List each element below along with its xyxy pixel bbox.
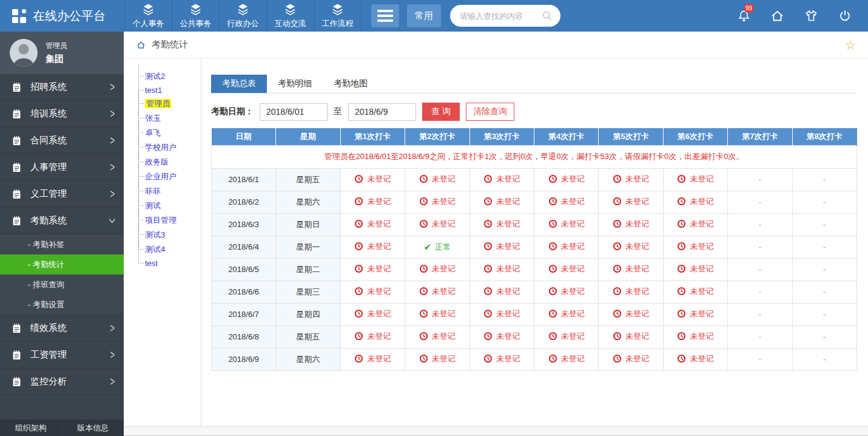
clock-icon [354,174,363,183]
check-cell: 未登记 [599,168,663,191]
check-cell: 未登记 [405,325,469,348]
notification-badge: 99 [744,4,754,13]
check-cell: 未登记 [340,325,405,348]
column-header-1: 星期 [276,128,340,145]
power-icon[interactable] [838,9,852,23]
clock-icon [354,242,363,251]
date-cell: 2018/6/8 [212,325,276,348]
nav-item-5[interactable]: 工作流程 [314,0,361,32]
tree-item-0[interactable]: 测试2 [140,69,201,84]
tree-item-12[interactable]: 测试4 [140,242,201,257]
tree-item-11[interactable]: 测试3 [140,228,201,242]
check-cell: 未登记 [469,303,534,325]
tree-item-5[interactable]: 学校用户 [140,140,201,155]
org-structure-button[interactable]: 组织架构 [0,420,62,436]
tab-0[interactable]: 考勤总表 [211,75,267,93]
notifications-bell-icon[interactable]: 99 [737,9,751,23]
check-cell: 未登记 [534,325,598,348]
check-cell: 未登记 [599,303,663,325]
clock-icon [419,332,428,341]
tree-item-3[interactable]: 张玉 [140,111,201,126]
sidebar-item-5[interactable]: 考勤系统> [0,208,124,234]
nav-item-2[interactable]: 公共事务 [172,0,219,32]
sidebar-item-0[interactable]: 招聘系统> [0,74,124,101]
search-icon [542,10,553,21]
date-to-input[interactable] [348,103,416,121]
favorite-star-icon[interactable]: ☆ [845,39,856,51]
common-button[interactable]: 常用 [407,4,441,27]
sidebar-item-7[interactable]: 工资管理> [0,342,124,369]
tree-item-10[interactable]: 项目管理 [140,213,201,228]
sidebar-subitem-0[interactable]: - 考勤补签 [0,234,124,254]
week-cell: 星期三 [276,281,340,303]
notebook-icon [11,349,22,361]
sidebar-item-2[interactable]: 合同系统> [0,128,124,154]
clock-icon [483,287,493,296]
nav-item-4[interactable]: 互动交流 [266,0,314,32]
clock-icon [483,174,493,183]
check-cell: - [728,348,792,370]
shirt-icon[interactable] [804,9,819,23]
check-cell: 未登记 [340,258,405,281]
clock-icon [483,242,493,251]
check-cell: 未登记 [599,236,663,258]
column-header-8: 第7次打卡 [728,128,792,145]
sidebar-item-6[interactable]: 绩效系统> [0,315,124,342]
column-header-7: 第6次打卡 [663,128,727,145]
sidebar-subitem-1[interactable]: - 考勤统计 [0,254,124,274]
date-from-input[interactable] [260,103,328,121]
sidebar-item-1[interactable]: 培训系统> [0,101,124,128]
tree-item-4[interactable]: 卓飞 [140,126,201,140]
clock-icon [483,264,493,273]
tree-item-13[interactable]: test [140,257,201,270]
attendance-row: 2018/6/1星期五未登记未登记未登记未登记未登记未登记-- [212,168,857,191]
query-button[interactable]: 查 询 [422,103,460,121]
nav-item-3[interactable]: 行政办公 [219,0,266,32]
tree-item-1[interactable]: test1 [140,84,201,97]
sidebar-subitem-2[interactable]: - 排班查询 [0,274,124,295]
sidebar-submenu: - 考勤补签- 考勤统计- 排班查询- 考勤设置 [0,234,124,315]
check-cell: 未登记 [405,303,469,325]
check-cell: - [792,213,856,236]
tree-item-2[interactable]: 管理员 [140,97,201,111]
clock-icon [613,219,622,228]
notebook-icon [11,135,22,146]
layers-icon [140,3,156,17]
sidebar-item-3[interactable]: 人事管理> [0,154,124,181]
nav-item-1[interactable]: 个人事务 [124,0,172,32]
tree-item-8[interactable]: 菲菲 [140,184,201,199]
hamburger-menu-button[interactable] [371,4,399,27]
attendance-row: 2018/6/3星期日未登记未登记未登记未登记未登记未登记-- [212,213,857,236]
sidebar-item-4[interactable]: 义工管理> [0,181,124,208]
check-cell: 未登记 [663,281,727,303]
summary-row: 管理员在2018/6/01至2018/6/9之间，正常打卡1次，迟到0次，早退0… [212,145,857,168]
tree-item-6[interactable]: 政务版 [140,155,201,169]
sidebar-item-8[interactable]: 监控分析> [0,369,124,395]
version-info-button[interactable]: 版本信息 [62,420,124,436]
attendance-row: 2018/6/8星期五未登记未登记未登记未登记未登记未登记-- [212,325,857,348]
chevron-icon: > [110,80,115,94]
clock-icon [483,197,493,206]
home-icon[interactable] [770,9,785,23]
date-cell: 2018/6/5 [212,258,276,281]
sidebar-subitem-3[interactable]: - 考勤设置 [0,295,124,315]
tree-item-9[interactable]: 测试 [140,199,201,213]
org-tree: 测试2test1管理员张玉卓飞学校用户政务版企业用户菲菲测试项目管理测试3测试4… [133,69,201,270]
logo-icon [12,9,26,23]
breadcrumb-home-icon [136,40,146,50]
table-header-row: 日期星期第1次打卡第2次打卡第3次打卡第4次打卡第5次打卡第6次打卡第7次打卡第… [212,128,857,145]
clock-icon [354,332,363,341]
clock-icon [354,354,363,363]
check-cell: 未登记 [405,213,469,236]
clear-query-button[interactable]: 清除查询 [466,103,514,121]
clock-icon [548,354,557,363]
clock-icon [483,332,493,341]
check-cell: 未登记 [405,258,469,281]
check-cell: - [728,168,792,191]
check-cell: - [728,325,792,348]
check-cell: - [792,258,856,281]
tree-item-7[interactable]: 企业用户 [140,169,201,184]
tab-2[interactable]: 考勤地图 [323,75,378,93]
tab-1[interactable]: 考勤明细 [267,75,323,93]
clock-icon [613,354,622,363]
